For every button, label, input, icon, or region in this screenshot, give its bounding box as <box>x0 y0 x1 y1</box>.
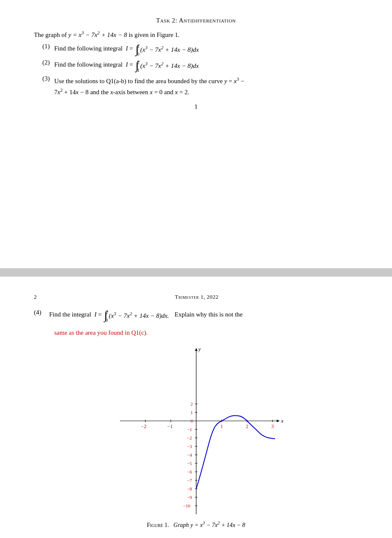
intro-line: The graph of y = x3 − 7x2 + 14x − 8 is g… <box>34 30 358 39</box>
title-text: Task 2: Antidifferentiation <box>156 17 236 24</box>
problem-text-3: Use the solutions to Q1(a-b) to find the… <box>54 75 358 97</box>
page-separator <box>0 269 392 277</box>
svg-text:−8: −8 <box>187 486 192 491</box>
same-as-line: same as the area you found in Q1(c). <box>34 329 358 336</box>
svg-text:−5: −5 <box>187 461 192 466</box>
svg-text:−2: −2 <box>141 423 146 429</box>
y-axis-label: y <box>197 347 201 352</box>
svg-text:1: 1 <box>220 423 223 429</box>
svg-text:−9: −9 <box>187 495 192 500</box>
problem-item-1: (1) Find the following integral I = ∫ 1 … <box>42 43 358 56</box>
integral-1: ∫ 1 0 (x3 − 7x2 + 14x − 8)dx <box>136 43 199 56</box>
figure-caption-text: Graph y = x3 − 7x2 + 14x − 8 <box>173 522 245 528</box>
problem-list: (1) Find the following integral I = ∫ 1 … <box>34 43 358 97</box>
problem-num-1: (1) <box>42 43 54 50</box>
figure-caption-prefix: Figure 1. <box>147 522 169 528</box>
svg-text:1: 1 <box>190 410 193 415</box>
page-2: 2 Trimester 1, 2022 (4) Find the integra… <box>0 277 392 538</box>
svg-text:−1: −1 <box>167 423 172 429</box>
svg-text:−7: −7 <box>187 478 192 483</box>
svg-text:−1: −1 <box>187 427 192 432</box>
integral-symbol-2: ∫ <box>136 59 139 71</box>
chart-container: x y −2 −1 1 2 3 2 <box>34 347 358 516</box>
page-title: Task 2: Antidifferentiation <box>34 17 358 24</box>
problem-text-1: Find the following integral I = ∫ 1 0 (x… <box>54 43 358 56</box>
page-header-title: Trimester 1, 2022 <box>175 294 219 300</box>
problem-text-2: Find the following integral I = ∫ 2 1 (x… <box>54 59 358 72</box>
integral-2: ∫ 2 1 (x3 − 7x2 + 14x − 8)dx <box>136 59 199 72</box>
svg-text:−3: −3 <box>187 444 192 449</box>
integral-expr-1: (x3 − 7x2 + 14x − 8)dx <box>140 44 199 55</box>
svg-text:−4: −4 <box>187 452 192 457</box>
figure-caption: Figure 1. Graph y = x3 − 7x2 + 14x − 8 <box>34 521 358 529</box>
problem-item-4: (4) Find the integral I = ∫ 2 0 (x3 − 7x… <box>34 309 358 322</box>
problem-num-4: (4) <box>34 309 49 316</box>
problem-num-3: (3) <box>42 75 54 82</box>
integral-expr-4: (x3 − 7x2 + 14x − 8)dx. <box>109 310 169 321</box>
integral-4: ∫ 2 0 (x3 − 7x2 + 14x − 8)dx. <box>104 309 169 322</box>
svg-marker-3 <box>195 348 197 351</box>
integral-symbol-1: ∫ <box>136 43 139 55</box>
problem-item-2: (2) Find the following integral I = ∫ 2 … <box>42 59 358 72</box>
integral-expr-2: (x3 − 7x2 + 14x − 8)dx <box>140 60 199 71</box>
page-num-2: 2 <box>34 294 37 300</box>
page-1: Task 2: Antidifferentiation The graph of… <box>0 0 392 269</box>
page-number-1: 1 <box>34 103 358 110</box>
figure-svg: x y −2 −1 1 2 3 2 <box>107 347 285 516</box>
problem-item-3: (3) Use the solutions to Q1(a-b) to find… <box>42 75 358 97</box>
integral-symbol-4: ∫ <box>104 309 108 321</box>
x-axis-label: x <box>281 418 284 424</box>
svg-text:2: 2 <box>246 423 248 429</box>
svg-marker-1 <box>277 420 280 422</box>
svg-text:0: 0 <box>190 418 193 423</box>
svg-text:2: 2 <box>190 401 193 406</box>
svg-text:−6: −6 <box>187 469 192 474</box>
svg-text:−10: −10 <box>183 503 190 508</box>
curve-plot <box>196 415 275 489</box>
problem-num-2: (2) <box>42 59 54 66</box>
problem-text-4: Find the integral I = ∫ 2 0 (x3 − 7x2 + … <box>49 309 358 322</box>
svg-text:3: 3 <box>271 423 274 429</box>
svg-text:−2: −2 <box>187 435 192 440</box>
page-header: 2 Trimester 1, 2022 <box>34 294 358 300</box>
